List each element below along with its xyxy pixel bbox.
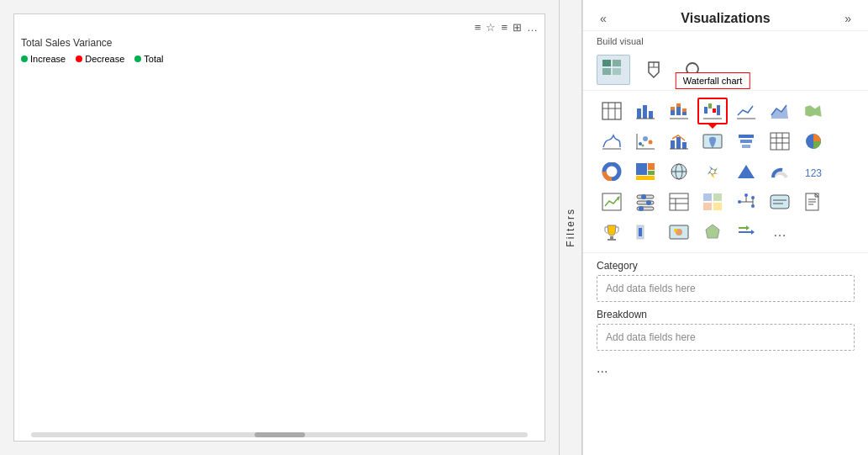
format-tab-icon[interactable]: [637, 55, 671, 85]
svg-line-7: [697, 73, 702, 79]
more-fields-dots: ...: [597, 357, 855, 379]
smart-narrative-icon[interactable]: [765, 188, 795, 215]
svg-point-101: [674, 229, 677, 232]
svg-rect-24: [708, 103, 712, 108]
legend-decrease: Decrease: [76, 54, 124, 64]
line-chart-icon[interactable]: [731, 98, 761, 124]
arrow-nav-icon[interactable]: [731, 158, 761, 185]
svg-point-35: [642, 145, 644, 147]
svg-rect-26: [717, 105, 720, 115]
svg-rect-80: [713, 203, 722, 210]
collapse-button[interactable]: «: [597, 10, 610, 27]
svg-point-33: [643, 136, 648, 141]
number-card-icon[interactable]: 123: [798, 158, 829, 185]
analytics-icon-svg: [682, 59, 706, 81]
arrow-chart-icon[interactable]: [731, 219, 761, 246]
svg-point-54: [608, 168, 615, 175]
bar-chart-icon[interactable]: [630, 98, 660, 124]
shape-map-icon[interactable]: [697, 219, 728, 246]
category-field[interactable]: Add data fields here: [597, 275, 855, 302]
svg-rect-17: [671, 107, 675, 110]
waterfall-icon[interactable]: Waterfall chart: [697, 98, 728, 124]
matrix-icon[interactable]: [765, 128, 795, 155]
bar3-icon[interactable]: [630, 219, 660, 246]
svg-rect-3: [613, 68, 621, 75]
svg-point-84: [738, 200, 741, 204]
filters-label[interactable]: Filters: [565, 208, 576, 247]
svg-point-87: [751, 204, 755, 208]
filters-panel[interactable]: Filters: [559, 0, 582, 455]
menu-icon[interactable]: ≡: [475, 21, 481, 34]
combo-chart-icon[interactable]: [664, 128, 694, 155]
svg-marker-63: [738, 165, 755, 178]
more-visuals-icon[interactable]: …: [765, 219, 795, 246]
svg-rect-96: [608, 239, 616, 241]
format-icon-svg: [642, 59, 665, 81]
pie-chart-icon[interactable]: [798, 128, 829, 155]
svg-rect-1: [613, 60, 621, 66]
grid3-icon[interactable]: [697, 188, 728, 215]
expand-icon[interactable]: ⊞: [513, 21, 522, 34]
kpi-icon[interactable]: [597, 188, 627, 215]
legend-label-total: Total: [144, 54, 163, 64]
funnel-chart-icon[interactable]: [731, 128, 761, 155]
scatter-icon[interactable]: [630, 128, 660, 155]
chart-container: ≡ ☆ ≡ ⊞ … Total Sales Variance Increase …: [0, 0, 559, 455]
more-toolbar-icon[interactable]: …: [527, 21, 538, 34]
category-label: Category: [597, 260, 855, 272]
svg-rect-2: [602, 68, 611, 75]
treemap-icon[interactable]: [630, 158, 660, 185]
svg-rect-40: [682, 142, 687, 149]
legend-dot-increase: [21, 56, 28, 62]
svg-rect-16: [671, 110, 675, 115]
top-icons-row: [583, 50, 868, 91]
svg-rect-78: [713, 193, 722, 201]
svg-point-85: [744, 193, 748, 197]
svg-point-34: [649, 140, 653, 145]
visualizations-panel: « Visualizations » Build visual: [582, 0, 868, 455]
svg-rect-98: [639, 228, 642, 236]
legend-label-decrease: Decrease: [85, 54, 124, 64]
slicer-icon[interactable]: [630, 188, 660, 215]
svg-point-6: [687, 63, 698, 75]
svg-rect-73: [670, 193, 688, 210]
svg-rect-56: [648, 163, 655, 170]
build-visual-label: Build visual: [583, 31, 868, 50]
filled-map-icon[interactable]: [798, 98, 829, 124]
arc-gauge-icon[interactable]: [765, 158, 795, 185]
horizontal-scrollbar[interactable]: [31, 432, 528, 437]
globe-icon[interactable]: [664, 158, 694, 185]
table-icon[interactable]: [597, 98, 627, 124]
decomp-tree-icon[interactable]: [731, 188, 761, 215]
svg-point-32: [639, 142, 642, 145]
table3-icon[interactable]: [664, 188, 694, 215]
chart-title: Total Sales Variance: [21, 37, 538, 49]
stacked-bar-icon[interactable]: [664, 98, 694, 124]
chart-legend: Increase Decrease Total: [21, 54, 538, 64]
svg-marker-106: [746, 225, 750, 230]
svg-point-70: [646, 200, 651, 205]
area-chart-icon[interactable]: [765, 98, 795, 124]
svg-rect-39: [676, 137, 681, 149]
visual-box: ≡ ☆ ≡ ⊞ … Total Sales Variance Increase …: [13, 13, 545, 442]
panel-title: Visualizations: [681, 11, 770, 26]
ribbon-icon[interactable]: [597, 128, 627, 155]
paginated-icon[interactable]: [798, 188, 829, 215]
svg-point-86: [751, 196, 755, 199]
pin-icon[interactable]: ☆: [486, 21, 496, 34]
analytics-tab-icon[interactable]: [677, 55, 711, 85]
donut-icon[interactable]: [597, 158, 627, 185]
breakdown-field[interactable]: Add data fields here: [597, 324, 855, 351]
svg-rect-21: [682, 108, 687, 112]
fields-tab-icon[interactable]: [597, 55, 630, 85]
fields-icon-svg: [602, 59, 625, 81]
svg-rect-25: [713, 108, 716, 113]
map2-icon[interactable]: [697, 128, 728, 155]
flower-icon[interactable]: [697, 158, 728, 185]
filter-toolbar-icon[interactable]: ≡: [501, 21, 508, 34]
svg-rect-19: [676, 103, 681, 107]
expand-button[interactable]: »: [841, 10, 855, 27]
trophy-icon[interactable]: [597, 219, 627, 246]
azure-map-icon[interactable]: [664, 219, 694, 246]
svg-rect-55: [636, 163, 647, 175]
